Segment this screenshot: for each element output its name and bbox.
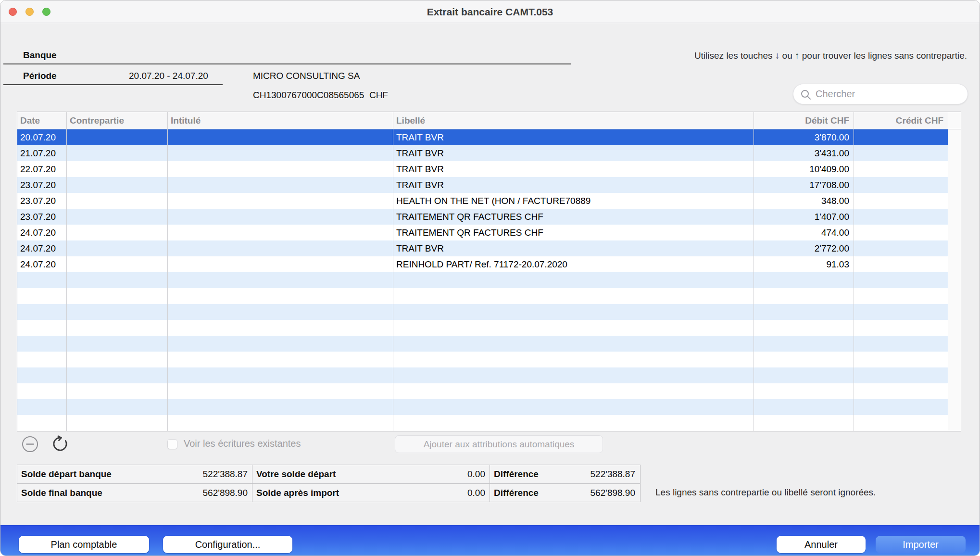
cell-date — [17, 288, 67, 304]
configuration-button[interactable]: Configuration... — [163, 536, 292, 553]
cell-libelle: TRAITEMENT QR FACTURES CHF — [393, 225, 754, 240]
column-header-libelle[interactable]: Libellé — [393, 112, 754, 129]
scrollbar-strip — [948, 383, 961, 399]
cell-libelle — [393, 272, 754, 288]
cell-intitule — [168, 383, 393, 399]
cell-date: 24.07.20 — [17, 225, 67, 240]
cell-credit — [854, 209, 948, 225]
banque-underline — [3, 63, 571, 64]
table-row[interactable]: 23.07.20TRAITEMENT QR FACTURES CHF1'407.… — [17, 209, 961, 225]
table-header: Date Contrepartie Intitulé Libellé Débit… — [17, 112, 961, 129]
solde-apres-import-value: 0.00 — [467, 484, 485, 502]
ignored-lines-note: Les lignes sans contrepartie ou libellé … — [655, 487, 876, 498]
cell-debit: 1'407.00 — [754, 209, 854, 225]
title-bar: Extrait bancaire CAMT.053 — [0, 0, 980, 23]
table-row[interactable]: 23.07.20HEALTH ON THE NET (HON / FACTURE… — [17, 193, 961, 209]
periode-value: 20.07.20 - 24.07.20 — [129, 71, 208, 81]
table-row[interactable] — [17, 367, 961, 383]
cell-libelle — [393, 352, 754, 367]
table-row[interactable]: 24.07.20REINHOLD PART/ Ref. 71172-20.07.… — [17, 256, 961, 272]
cell-contrepartie — [67, 177, 168, 193]
cell-contrepartie — [67, 240, 168, 256]
search-input[interactable] — [816, 85, 962, 103]
cell-debit: 91.03 — [754, 256, 854, 272]
scrollbar-strip — [948, 352, 961, 367]
cell-intitule — [168, 177, 393, 193]
cell-intitule — [168, 129, 393, 145]
scrollbar-strip — [948, 367, 961, 383]
cell-date: 24.07.20 — [17, 240, 67, 256]
solde-depart-banque-label: Solde départ banque — [21, 465, 112, 483]
cell-intitule — [168, 352, 393, 367]
voir-ecritures-label[interactable]: Voir les écritures existantes — [184, 438, 301, 449]
cell-credit — [854, 240, 948, 256]
table-row[interactable] — [17, 352, 961, 367]
cell-credit — [854, 415, 948, 431]
table-row-selected[interactable]: 20.07.20TRAIT BVR3'870.00 — [17, 129, 961, 145]
cell-libelle: TRAIT BVR — [393, 129, 754, 145]
cell-date: 23.07.20 — [17, 193, 67, 209]
importer-button[interactable]: Importer — [876, 536, 966, 553]
table-row[interactable] — [17, 383, 961, 399]
search-field[interactable] — [793, 84, 968, 104]
ajouter-attributions-button[interactable]: Ajouter aux attributions automatiques — [395, 435, 603, 453]
cell-intitule — [168, 367, 393, 383]
cell-libelle — [393, 304, 754, 320]
table-row[interactable]: 21.07.20TRAIT BVR3'431.00 — [17, 145, 961, 161]
company-name: MICRO CONSULTING SA — [253, 71, 360, 81]
cell-libelle — [393, 367, 754, 383]
annuler-button[interactable]: Annuler — [777, 536, 866, 553]
table-row[interactable] — [17, 336, 961, 352]
cell-contrepartie — [67, 145, 168, 161]
camt053-import-window: Extrait bancaire CAMT.053 Utilisez les t… — [0, 0, 980, 556]
cell-date: 23.07.20 — [17, 177, 67, 193]
column-header-strip — [948, 112, 961, 129]
table-row[interactable] — [17, 399, 961, 415]
scrollbar-strip — [948, 161, 961, 177]
cell-date: 21.07.20 — [17, 145, 67, 161]
cell-credit — [854, 193, 948, 209]
cell-libelle — [393, 383, 754, 399]
table-row[interactable] — [17, 272, 961, 288]
plan-comptable-button[interactable]: Plan comptable — [19, 536, 149, 553]
cell-date: 20.07.20 — [17, 129, 67, 145]
cell-contrepartie — [67, 383, 168, 399]
cell-libelle — [393, 399, 754, 415]
scrollbar-strip — [948, 240, 961, 256]
refresh-icon[interactable] — [51, 435, 69, 453]
cell-libelle — [393, 320, 754, 336]
remove-line-button[interactable] — [22, 436, 38, 453]
table-row[interactable]: 23.07.20TRAIT BVR17'708.00 — [17, 177, 961, 193]
table-row[interactable]: 22.07.20TRAIT BVR10'409.00 — [17, 161, 961, 177]
scrollbar-strip — [948, 129, 961, 145]
scrollbar-strip — [948, 193, 961, 209]
table-row[interactable]: 24.07.20TRAITEMENT QR FACTURES CHF474.00 — [17, 225, 961, 240]
cell-libelle — [393, 415, 754, 431]
window-title: Extrait bancaire CAMT.053 — [0, 0, 980, 23]
cell-date: 22.07.20 — [17, 161, 67, 177]
table-row[interactable]: 24.07.20TRAIT BVR2'772.00 — [17, 240, 961, 256]
column-header-date[interactable]: Date — [17, 112, 67, 129]
cell-libelle: TRAIT BVR — [393, 145, 754, 161]
cell-libelle: HEALTH ON THE NET (HON / FACTURE70889 — [393, 193, 754, 209]
column-header-intitule[interactable]: Intitulé — [168, 112, 393, 129]
column-header-debit[interactable]: Débit CHF — [754, 112, 854, 129]
table-row[interactable] — [17, 304, 961, 320]
cell-date — [17, 399, 67, 415]
cell-debit: 348.00 — [754, 193, 854, 209]
column-header-credit[interactable]: Crédit CHF — [854, 112, 948, 129]
cell-credit — [854, 272, 948, 288]
table-row[interactable] — [17, 415, 961, 431]
cell-intitule — [168, 415, 393, 431]
periode-underline — [3, 84, 223, 85]
voir-ecritures-checkbox[interactable] — [167, 439, 177, 449]
cell-debit: 2'772.00 — [754, 240, 854, 256]
cell-intitule — [168, 304, 393, 320]
difference-final-label: Différence — [494, 484, 539, 502]
cell-date — [17, 320, 67, 336]
table-row[interactable] — [17, 320, 961, 336]
table-row[interactable] — [17, 288, 961, 304]
cell-credit — [854, 256, 948, 272]
column-header-contrepartie[interactable]: Contrepartie — [67, 112, 168, 129]
scrollbar-strip — [948, 336, 961, 352]
